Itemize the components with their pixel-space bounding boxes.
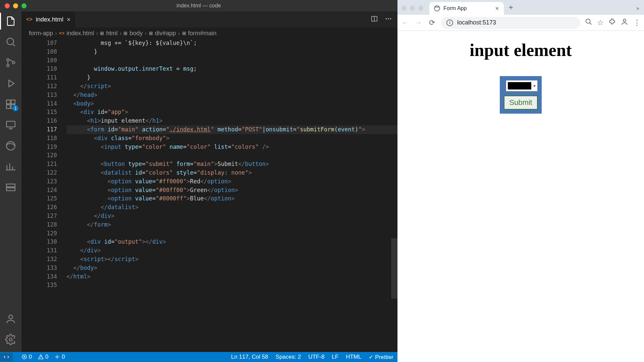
profile-avatar-icon[interactable] — [621, 18, 629, 28]
chrome-menu-icon[interactable]: ⋮ — [633, 18, 641, 27]
remote-containers-icon[interactable] — [5, 182, 16, 193]
activity-bar: 1 — [0, 11, 21, 352]
color-swatch — [508, 82, 531, 89]
minimap-thumb[interactable] — [391, 238, 397, 299]
account-icon[interactable] — [5, 313, 16, 324]
svg-rect-10 — [6, 184, 15, 187]
tab-filename: index.html — [36, 16, 63, 23]
run-debug-icon[interactable] — [5, 78, 16, 89]
warnings-count[interactable]: 0 — [38, 354, 48, 360]
remote-indicator[interactable] — [0, 353, 13, 361]
chrome-window: Form App × + » ← → ⟳ i localhost:5173 ☆ — [397, 0, 644, 362]
rendered-page: input element ▾ Submit — [397, 31, 644, 362]
svg-point-2 — [7, 64, 9, 67]
html-file-icon: <> — [59, 31, 64, 36]
svg-point-1 — [7, 59, 9, 61]
extensions-icon[interactable]: 1 — [5, 99, 16, 110]
submit-button[interactable]: Submit — [504, 96, 537, 110]
breadcrumb-item: form-app — [29, 30, 53, 37]
eol[interactable]: LF — [332, 354, 338, 360]
forward-button[interactable]: → — [414, 18, 423, 27]
svg-point-17 — [390, 18, 391, 19]
bookmark-star-icon[interactable]: ☆ — [597, 18, 604, 27]
expand-tabs-icon[interactable]: » — [636, 5, 639, 11]
svg-point-21 — [623, 19, 626, 22]
new-tab-button[interactable]: + — [508, 3, 513, 12]
code-content[interactable]: msg += `${key}: ${value}\n`; } window.ou… — [66, 39, 397, 352]
explorer-icon[interactable] — [5, 15, 16, 27]
formatter[interactable]: ✓ Prettier — [369, 354, 393, 361]
vscode-window: index.html — code — [0, 0, 397, 362]
tab-close-icon[interactable]: × — [495, 5, 499, 12]
editor-area: <> index.html × form-app — [21, 11, 397, 352]
favicon-globe-icon — [434, 5, 440, 11]
svg-point-19 — [57, 356, 58, 357]
source-control-icon[interactable] — [5, 57, 16, 68]
more-actions-icon[interactable] — [385, 15, 392, 24]
code-editor[interactable]: 1071081091101111121131141151161171181191… — [21, 39, 397, 352]
site-info-icon[interactable]: i — [446, 19, 453, 26]
errors-count[interactable]: 0 — [21, 354, 32, 360]
tabs-row: <> index.html × — [21, 11, 397, 27]
breadcrumb-item: ⊞div#app — [149, 30, 176, 37]
html-file-icon: <> — [26, 16, 33, 22]
ports-forwarded[interactable]: 0 — [54, 354, 65, 360]
traffic-lights — [401, 6, 423, 11]
breadcrumb-item: <>index.html — [59, 30, 94, 37]
chevron-right-icon: › — [119, 30, 121, 37]
svg-rect-8 — [6, 121, 15, 127]
chevron-right-icon: › — [55, 30, 57, 37]
back-button[interactable]: ← — [401, 18, 410, 27]
address-bar[interactable]: i localhost:5173 — [441, 17, 580, 29]
tab-close-icon[interactable]: × — [67, 16, 71, 23]
form-container: ▾ Submit — [500, 76, 541, 114]
encoding[interactable]: UTF-8 — [308, 354, 324, 360]
tab-index-html[interactable]: <> index.html × — [21, 11, 75, 27]
minimize-window-button[interactable] — [410, 6, 415, 11]
language-mode[interactable]: HTML — [346, 354, 361, 360]
extensions-puzzle-icon[interactable] — [608, 18, 616, 27]
chevron-right-icon: › — [178, 30, 180, 37]
element-icon: ⊞ — [149, 31, 153, 36]
svg-point-15 — [386, 18, 387, 19]
minimap[interactable] — [391, 39, 397, 352]
chevron-right-icon: › — [145, 30, 147, 37]
zoom-window-button[interactable] — [418, 6, 423, 11]
breadcrumb-item: ⊞body — [123, 30, 143, 37]
chrome-toolbar: ← → ⟳ i localhost:5173 ☆ ⋮ — [397, 15, 644, 31]
zoom-icon[interactable] — [585, 18, 592, 27]
color-input[interactable]: ▾ — [506, 80, 538, 92]
remote-explorer-icon[interactable] — [5, 119, 16, 131]
svg-rect-4 — [6, 100, 10, 104]
window-title: index.html — code — [0, 3, 397, 9]
indentation[interactable]: Spaces: 2 — [276, 354, 301, 360]
close-window-button[interactable] — [401, 6, 407, 11]
line-numbers-gutter: 1071081091101111121131141151161171181191… — [21, 39, 66, 352]
breadcrumbs[interactable]: form-app › <>index.html › ⊞html › ⊞body … — [21, 27, 397, 39]
svg-point-13 — [9, 338, 12, 341]
url-text: localhost:5173 — [457, 19, 496, 26]
titlebar: index.html — code — [0, 0, 397, 11]
chevron-right-icon: › — [96, 30, 98, 37]
tab-title: Form App — [443, 5, 467, 11]
svg-rect-11 — [6, 188, 15, 191]
browser-tab[interactable]: Form App × — [429, 2, 504, 15]
element-icon: ⊞ — [100, 31, 104, 36]
edge-tools-icon[interactable] — [5, 140, 16, 152]
settings-gear-icon[interactable] — [5, 334, 16, 345]
chrome-tabstrip: Form App × + » — [397, 0, 644, 15]
element-icon: ⊞ — [123, 31, 127, 36]
reload-button[interactable]: ⟳ — [428, 18, 436, 27]
search-icon[interactable] — [5, 36, 16, 48]
element-icon: ⊞ — [182, 31, 186, 36]
svg-point-9 — [6, 141, 15, 150]
statusbar: 0 0 0 Ln 117, Col 58 Spaces: 2 UTF-8 LF … — [0, 352, 397, 362]
cursor-position[interactable]: Ln 117, Col 58 — [231, 354, 268, 360]
split-editor-icon[interactable] — [371, 15, 378, 24]
svg-point-12 — [9, 315, 12, 319]
svg-point-20 — [586, 19, 590, 23]
breadcrumb-item: ⊞html — [100, 30, 117, 37]
metrics-icon[interactable] — [5, 161, 16, 172]
svg-rect-6 — [6, 105, 10, 108]
chevron-down-icon: ▾ — [533, 83, 536, 88]
